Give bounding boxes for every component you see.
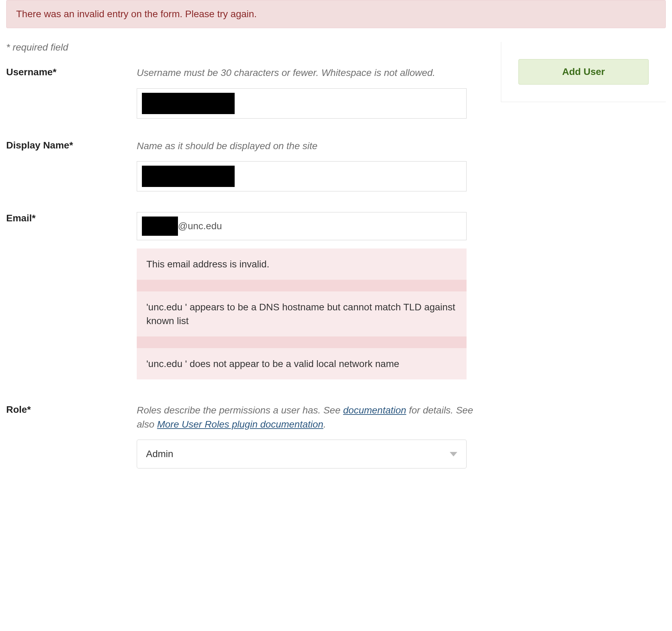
role-label: Role* — [6, 403, 137, 415]
role-help: Roles describe the permissions a user ha… — [137, 403, 480, 431]
display-name-label: Display Name* — [6, 139, 137, 151]
sidebar-actions: Add User — [501, 42, 666, 102]
error-gap — [137, 336, 467, 348]
username-input[interactable] — [137, 88, 467, 119]
email-label: Email* — [6, 212, 137, 224]
form-error-banner: There was an invalid entry on the form. … — [6, 0, 666, 28]
role-help-pre: Roles describe the permissions a user ha… — [137, 405, 343, 416]
email-error-item: This email address is invalid. — [137, 248, 467, 280]
username-help: Username must be 30 characters or fewer.… — [137, 66, 480, 80]
email-row: Email* @unc.edu This email address is in… — [6, 212, 480, 379]
username-value-redacted — [142, 93, 235, 114]
email-error-item: 'unc.edu ' does not appear to be a valid… — [137, 348, 467, 379]
required-field-note: * required field — [6, 42, 480, 53]
role-help-post: . — [323, 419, 326, 430]
display-name-value-redacted — [142, 166, 235, 187]
role-select[interactable]: Admin — [137, 440, 467, 468]
display-name-input[interactable] — [137, 161, 467, 191]
role-select-value: Admin — [146, 449, 173, 460]
username-label: Username* — [6, 66, 137, 78]
display-name-help: Name as it should be displayed on the si… — [137, 139, 480, 153]
email-error-item: 'unc.edu ' appears to be a DNS hostname … — [137, 291, 467, 336]
display-name-row: Display Name* Name as it should be displ… — [6, 139, 480, 192]
email-error-list: This email address is invalid. 'unc.edu … — [137, 248, 467, 379]
role-row: Role* Roles describe the permissions a u… — [6, 403, 480, 468]
role-doc-link[interactable]: documentation — [343, 405, 406, 416]
chevron-down-icon — [450, 452, 457, 456]
role-plugin-doc-link[interactable]: More User Roles plugin documentation — [157, 419, 323, 430]
error-gap — [137, 280, 467, 291]
add-user-button[interactable]: Add User — [518, 59, 649, 85]
email-value-prefix-redacted — [142, 217, 178, 236]
username-row: Username* Username must be 30 characters… — [6, 66, 480, 119]
email-value-suffix: @unc.edu — [178, 221, 222, 232]
email-input[interactable]: @unc.edu — [137, 212, 467, 240]
form-error-banner-text: There was an invalid entry on the form. … — [16, 9, 257, 19]
